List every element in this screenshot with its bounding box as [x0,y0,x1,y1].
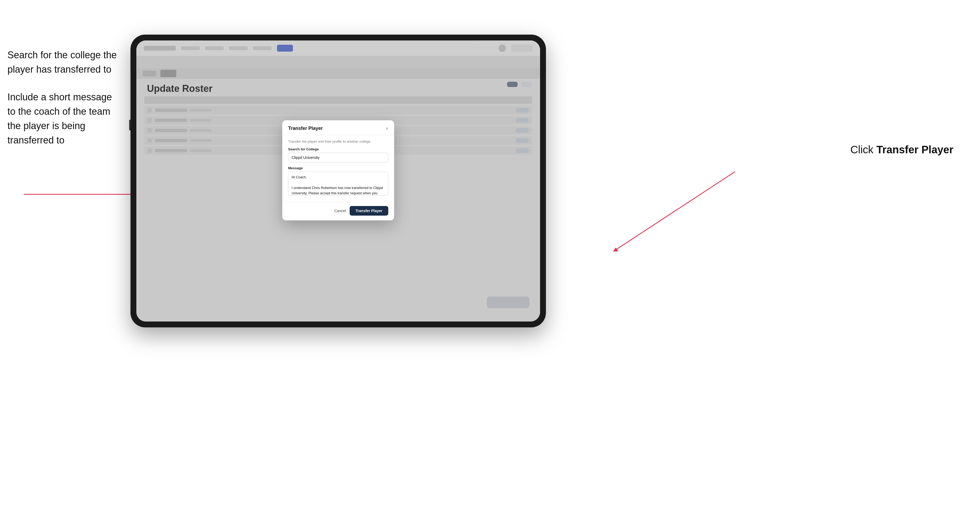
modal-title: Transfer Player [288,125,323,131]
annotation-right: Click Transfer Player [850,144,953,156]
modal-subtitle: Transfer the player and their profile to… [288,140,388,143]
annotation-search-text: Search for the college the player has tr… [8,48,119,77]
modal-overlay: Transfer Player × Transfer the player an… [136,40,540,322]
modal-body: Transfer the player and their profile to… [282,135,394,202]
modal-header: Transfer Player × [282,120,394,135]
annotation-transfer-bold: Transfer Player [877,144,953,156]
search-college-input[interactable] [288,153,388,162]
tablet-side-button [129,120,130,130]
cancel-button[interactable]: Cancel [334,209,346,213]
transfer-player-modal: Transfer Player × Transfer the player an… [282,120,394,221]
transfer-player-button[interactable]: Transfer Player [350,206,388,216]
modal-footer: Cancel Transfer Player [282,202,394,221]
annotation-click-text: Click [850,144,877,156]
message-textarea[interactable] [288,171,388,195]
modal-close-button[interactable]: × [385,126,388,131]
annotation-left: Search for the college the player has tr… [8,48,119,161]
tablet-device: Update Roster [130,35,546,327]
message-label: Message [288,166,388,170]
svg-marker-4 [613,248,618,252]
tablet-screen: Update Roster [136,40,540,322]
annotation-message-text: Include a short message to the coach of … [8,90,119,148]
svg-line-3 [615,171,735,250]
search-college-label: Search for College [288,147,388,151]
